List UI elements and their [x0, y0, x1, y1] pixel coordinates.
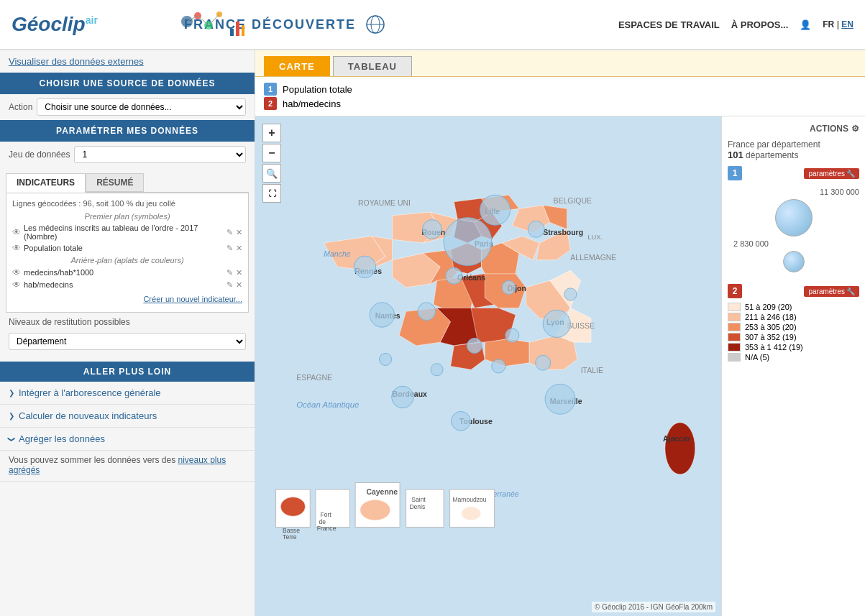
zoom-in-btn[interactable]: +: [262, 124, 281, 142]
bubble-val-1: 11 300 000: [728, 188, 859, 196]
svg-point-76: [452, 411, 471, 431]
indicator-medecins-hab: 👁 medecins/hab*1000 ✎ ✕: [12, 267, 242, 277]
tab-carte[interactable]: CARTE: [264, 56, 330, 76]
svg-point-75: [392, 386, 413, 408]
dataset-select[interactable]: 1: [74, 146, 246, 163]
collapse-integrer-label: Intégrer à l'arborescence générale: [19, 387, 161, 398]
range-5: 353 à 1 412 (19): [745, 343, 803, 351]
collapse-integrer[interactable]: ❯ Intégrer à l'arborescence générale: [0, 382, 255, 405]
lang-en[interactable]: EN: [841, 19, 853, 29]
wrench-icon-1: 🔧: [846, 170, 855, 178]
eye-icon-population[interactable]: 👁: [12, 243, 21, 253]
swatch-5: [728, 343, 741, 351]
svg-rect-9: [242, 25, 244, 36]
swatch-na: [728, 353, 741, 362]
legend-title-2: 2 hab/medecins: [264, 97, 856, 110]
tab-indicators[interactable]: INDICATEURS: [6, 173, 86, 193]
legend-header-2: 2 paramètres 🔧: [728, 284, 859, 298]
indicator-hab-medecins: 👁 hab/medecins ✎ ✕: [12, 280, 242, 290]
logo[interactable]: Géoclipair: [12, 13, 98, 36]
header-decoration: [129, 7, 244, 43]
svg-text:Cayenne: Cayenne: [366, 488, 398, 496]
svg-point-69: [528, 221, 544, 237]
create-indicator-link[interactable]: Créer un nouvel indicateur...: [12, 292, 242, 306]
color-item-5: 353 à 1 412 (19): [728, 343, 859, 351]
svg-point-71: [446, 267, 462, 284]
region-info: France par département 101 départements: [728, 139, 859, 160]
content-area: CARTE TABLEAU 1 Population totale 2 hab/…: [255, 50, 865, 616]
workspaces-link[interactable]: ESPACES DE TRAVAIL: [618, 19, 720, 30]
svg-point-102: [462, 507, 481, 520]
tab-resume[interactable]: RÉSUMÉ: [86, 173, 144, 192]
del-medecins[interactable]: ✕: [236, 228, 242, 237]
background-label: Arrière-plan (aplats de couleurs): [12, 256, 242, 265]
agreger-link[interactable]: niveaux plus agrégés: [9, 455, 226, 475]
eye-icon-medecins-hab[interactable]: 👁: [12, 267, 21, 277]
fullscreen-btn[interactable]: ⛶: [262, 184, 281, 203]
params-label-2: paramètres: [808, 288, 845, 295]
svg-text:Strasbourg: Strasbourg: [543, 229, 583, 236]
right-panel: ACTIONS ⚙ France par département 101 dép…: [721, 116, 865, 616]
collapse-calculer[interactable]: ❯ Calculer de nouveaux indicateurs: [0, 405, 255, 428]
restitution-select[interactable]: Département: [9, 333, 246, 350]
edit-medecins[interactable]: ✎: [226, 228, 233, 237]
svg-text:ALLEMAGNE: ALLEMAGNE: [570, 254, 616, 262]
edit-population[interactable]: ✎: [226, 244, 233, 253]
legend-params-btn-2[interactable]: paramètres 🔧: [804, 286, 859, 297]
svg-point-78: [467, 338, 482, 353]
color-legend: 51 à 209 (20) 211 à 246 (18) 253 à 305 (…: [728, 303, 859, 362]
collapse-calculer-label: Calculer de nouveaux indicateurs: [19, 410, 157, 421]
collapse-agreger[interactable]: ❯ Agréger les données: [0, 428, 255, 451]
external-data-link[interactable]: Visualiser des données externes: [0, 50, 255, 73]
color-item-2: 211 à 246 (18): [728, 313, 859, 321]
svg-text:LUX.: LUX.: [587, 233, 603, 241]
zoom-out-btn[interactable]: −: [262, 144, 281, 162]
tab-tableau[interactable]: TABLEAU: [333, 56, 412, 76]
svg-text:Saint: Saint: [411, 496, 426, 503]
svg-point-72: [370, 303, 394, 327]
dataset-label: Jeu de données: [9, 150, 70, 160]
chevron-integrer: ❯: [9, 389, 14, 397]
color-item-3: 253 à 305 (20): [728, 323, 859, 331]
legend-header-1: 1 paramètres 🔧: [728, 166, 859, 180]
sidebar-tabs: INDICATEURS RÉSUMÉ: [6, 173, 249, 193]
legend-num-1: 1: [264, 83, 277, 96]
map-container[interactable]: + − 🔍 ⛶: [255, 116, 721, 616]
edit-medecins-hab[interactable]: ✎: [226, 268, 233, 277]
del-population[interactable]: ✕: [236, 244, 242, 253]
legend-title-1: 1 Population totale: [264, 83, 856, 96]
eye-icon-hab-medecins[interactable]: 👁: [12, 280, 21, 290]
svg-point-70: [354, 256, 375, 277]
svg-text:ESPAGNE: ESPAGNE: [296, 374, 332, 382]
svg-point-96: [360, 500, 390, 520]
edit-hab-medecins[interactable]: ✎: [226, 280, 233, 290]
del-hab-medecins[interactable]: ✕: [236, 280, 242, 290]
del-medecins-hab[interactable]: ✕: [236, 268, 242, 277]
user-icon[interactable]: 👤: [800, 19, 811, 30]
svg-text:Denis: Denis: [409, 503, 425, 510]
svg-point-84: [536, 355, 551, 370]
agreger-content: Vous pouvez sommer les données vers des …: [0, 451, 255, 482]
eye-icon-medecins[interactable]: 👁: [12, 227, 21, 237]
france-map-svg: ROYAUME UNI BELGIQUE LUX. ALLEMAGNE SUIS…: [255, 116, 721, 616]
legend-num2-1: 1: [728, 166, 742, 180]
source-header: CHOISIR UNE SOURCE DE DONNÉES: [0, 73, 255, 94]
params-label-1: paramètres: [808, 170, 845, 178]
indicator-hab-medecins-name: hab/medecins: [24, 280, 224, 289]
range-na: N/A (5): [745, 353, 769, 362]
action-select[interactable]: Choisir une source de données...: [37, 98, 246, 116]
about-link[interactable]: À PROPOS...: [731, 19, 788, 30]
lang-fr[interactable]: FR: [823, 19, 834, 29]
swatch-2: [728, 313, 741, 321]
chevron-agreger: ❯: [8, 436, 16, 442]
search-map-btn[interactable]: 🔍: [262, 164, 281, 183]
swatch-4: [728, 333, 741, 341]
legend-params-btn-1[interactable]: paramètres 🔧: [804, 168, 859, 179]
svg-text:France: France: [317, 525, 337, 532]
action-row: Action Choisir une source de données...: [0, 94, 255, 120]
chevron-calculer: ❯: [9, 412, 14, 420]
svg-point-87: [280, 497, 305, 517]
svg-point-42: [665, 423, 695, 474]
actions-button[interactable]: ACTIONS ⚙: [728, 124, 859, 134]
indicator-population-name: Population totale: [24, 244, 224, 252]
